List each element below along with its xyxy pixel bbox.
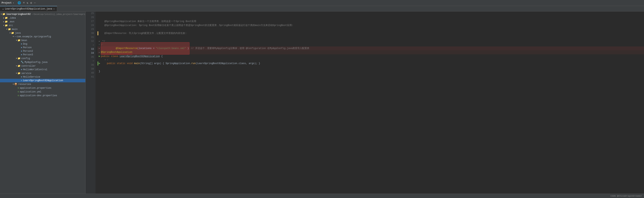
ln-29: 29 bbox=[86, 27, 94, 31]
paren-open: ( bbox=[137, 47, 139, 50]
sidebar-label-hs: HelloService bbox=[23, 76, 40, 78]
marker-32 bbox=[98, 39, 98, 43]
ln-32: 32 bbox=[86, 39, 94, 43]
chevron-down-icon-resources: ▼ bbox=[13, 83, 14, 85]
sidebar-item-helloservice[interactable]: ▶ ● HelloService bbox=[0, 75, 86, 79]
title-bar: Project ▾ 🌐 ≡ ⇅ ⚙ — bbox=[0, 0, 644, 6]
marker-28 bbox=[98, 23, 98, 27]
sidebar-item-app-props[interactable]: ▶ ⚙ application.properties bbox=[0, 86, 86, 90]
space2 bbox=[118, 54, 120, 58]
comment-block-fold[interactable]: ▸ bbox=[99, 39, 100, 43]
code-area[interactable]: @SpringBootApplication 来标注一个主程序类，说明这是一个S… bbox=[96, 11, 644, 194]
chevron-down-icon-controller: ▼ bbox=[16, 65, 17, 67]
sidebar-item-myappconfig[interactable]: ▶ 🔧 MyAppConfig.java bbox=[0, 60, 86, 64]
marker-25 bbox=[98, 11, 98, 15]
sidebar-item-bean[interactable]: ▼ 📁 bean bbox=[0, 38, 86, 42]
sidebar-item-person[interactable]: ▶ ● Person bbox=[0, 46, 86, 49]
code-line-26 bbox=[98, 15, 644, 19]
sidebar-item-java[interactable]: ▼ 📁 java bbox=[0, 31, 86, 35]
sidebar-label-app: LearnSpringBoot02Application bbox=[23, 79, 63, 82]
fold-icon-34[interactable]: ▸ bbox=[99, 50, 100, 54]
tab-close-button[interactable]: ✕ bbox=[53, 8, 54, 10]
chevron-right-icon-mvn: ▶ bbox=[3, 21, 4, 23]
ln-27: 27 bbox=[86, 19, 94, 23]
sidebar-item-app-dev-props[interactable]: ▶ ⚙ application-dev.properties bbox=[0, 94, 86, 98]
sort-icon[interactable]: ⇅ bbox=[27, 1, 28, 4]
tab-label: LearnSpringBoot02Application.java bbox=[5, 7, 52, 10]
code-line-35: ▶ public class LearnSpringBoot02Applicat… bbox=[98, 54, 644, 58]
marker-31 bbox=[98, 35, 98, 39]
sidebar-item-service[interactable]: ▼ 📁 service bbox=[0, 71, 86, 75]
tab-java-icon: ☕ bbox=[2, 7, 4, 10]
code-line-28: @SpringBootApplication: Spring Boot应用标注在… bbox=[98, 23, 644, 27]
brace-open: { bbox=[160, 54, 162, 58]
sidebar-label-dog: Dog bbox=[23, 43, 28, 45]
marker-35 bbox=[98, 54, 98, 58]
chevron-down-icon-pkg: ▼ bbox=[13, 36, 14, 38]
marker-39 bbox=[98, 66, 98, 69]
tab-learnspringboot02application[interactable]: ☕ LearnSpringBoot02Application.java ✕ bbox=[0, 6, 57, 11]
sidebar-item-idea[interactable]: ▶ 📁 .idea bbox=[0, 16, 86, 20]
sidebar-item-main[interactable]: ▼ 📁 main bbox=[0, 27, 86, 31]
java-icon-dog: ● bbox=[21, 43, 22, 45]
code-line-40: } bbox=[98, 69, 644, 73]
ln-34: 34 bbox=[86, 51, 94, 55]
fold-icon-33[interactable]: ▸ bbox=[99, 46, 100, 50]
sidebar-item-main-app[interactable]: ▶ ● LearnSpringBoot02Application bbox=[0, 79, 86, 82]
chevron-down-icon-main: ▼ bbox=[6, 28, 7, 30]
sidebar-root-path: ~/Desktop/intellij_idea_project/learnspr… bbox=[32, 13, 86, 15]
locations-kw: locations bbox=[139, 47, 152, 50]
annotation-import: @ImportResource bbox=[116, 47, 137, 50]
ln-26: 26 bbox=[86, 15, 94, 19]
sidebar-item-dog[interactable]: ▶ ● Dog bbox=[0, 42, 86, 46]
global-icon[interactable]: 🌐 bbox=[18, 1, 21, 4]
hint-z2: ⊕ z bbox=[105, 58, 108, 62]
sidebar-item-mvn[interactable]: ▶ 📁 .mvn bbox=[0, 20, 86, 24]
sidebar-item-src[interactable]: ▼ 📁 src bbox=[0, 24, 86, 27]
sidebar-root[interactable]: ▼ 📁 learnspringboot02 ~/Desktop/intellij… bbox=[0, 12, 86, 16]
sidebar-item-controller[interactable]: ▼ 📁 controller bbox=[0, 64, 86, 68]
sidebar-item-helloworldcontrol[interactable]: ▶ ● HelloWorldControl bbox=[0, 68, 86, 71]
minimize-icon[interactable]: — bbox=[34, 1, 36, 4]
folder-icon-mvn: 📁 bbox=[5, 20, 8, 23]
sidebar-label-app-yml: application.yml bbox=[20, 91, 42, 93]
java-icon-hs: ● bbox=[21, 76, 22, 78]
kw-public-35: public bbox=[101, 54, 110, 58]
properties-icon-dev: ⚙ bbox=[18, 94, 19, 97]
properties-icon-app: ⚙ bbox=[18, 87, 19, 90]
code-line-39 bbox=[98, 66, 644, 69]
kw-class: class bbox=[111, 54, 118, 58]
ln-28: 28 bbox=[86, 23, 94, 27]
method-run: run bbox=[192, 62, 196, 66]
dropdown-icon[interactable]: ▾ bbox=[13, 2, 14, 4]
closing-brace: } bbox=[99, 69, 100, 73]
ln-40: 40 bbox=[86, 71, 94, 75]
sidebar-item-app-yml[interactable]: ▶ ⚙ application.yml bbox=[0, 90, 86, 94]
folder-icon-idea: 📁 bbox=[5, 16, 8, 19]
folder-icon-src: 📁 bbox=[5, 24, 8, 27]
indent-main bbox=[101, 62, 107, 66]
sidebar-item-person3[interactable]: ▶ ● Person3 bbox=[0, 53, 86, 57]
ln-25: 25 bbox=[86, 11, 94, 15]
settings-icon[interactable]: ⚙ bbox=[30, 1, 32, 4]
sidebar-item-config[interactable]: ▼ 📁 config bbox=[0, 57, 86, 60]
code-line-33: ▸ @ImportResource(locations = "classpath… bbox=[98, 46, 644, 50]
run-btn-35[interactable]: ▶ bbox=[99, 54, 100, 58]
chevron-down-icon-src: ▼ bbox=[3, 25, 4, 27]
run-btn-36[interactable]: ▶ bbox=[99, 62, 100, 66]
sidebar-item-package[interactable]: ▼ ▪ com.example.springconfig bbox=[0, 35, 86, 38]
folder-icon-controller: 📁 bbox=[18, 65, 20, 68]
list-icon[interactable]: ≡ bbox=[23, 1, 24, 4]
ln-hint2: ⊕ bbox=[86, 59, 94, 63]
java-icon-person2: ● bbox=[21, 50, 22, 53]
arr-bracket: [] bbox=[150, 62, 153, 66]
sidebar-item-person2[interactable]: ▶ ● Person2 bbox=[0, 49, 86, 53]
comment-28: @SpringBootApplication: Spring Boot应用标注在… bbox=[99, 23, 293, 27]
chevron-down-icon: ▼ bbox=[1, 13, 2, 15]
string-type: String bbox=[141, 62, 150, 66]
sp3 bbox=[132, 62, 134, 66]
ln-33: 33 bbox=[86, 47, 94, 51]
marker-26 bbox=[98, 15, 98, 19]
code-line-30: @ImportResource: 导入Spring的配置文件，让配置文件里面的内… bbox=[98, 31, 644, 35]
sidebar-item-resources[interactable]: ▼ 📦 resources bbox=[0, 82, 86, 86]
